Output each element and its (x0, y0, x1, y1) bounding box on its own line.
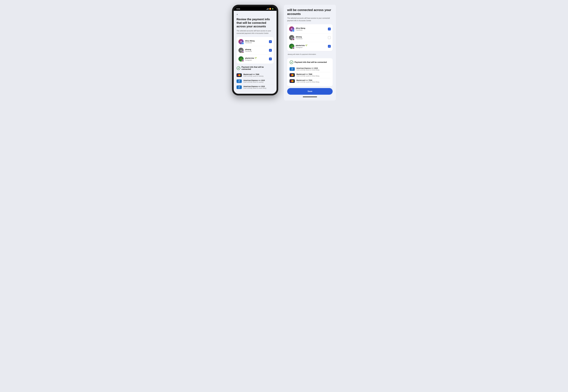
instagram-badge: 📷 (242, 60, 244, 62)
card-sub: Card currently saved on Alicia Wang (296, 81, 330, 83)
card-details: Mastercard •••• 7668 Card currently save… (243, 73, 274, 77)
right-panel: will be connected across your accounts T… (284, 5, 336, 100)
account-row[interactable]: A f Alica Wang Facebook (287, 25, 333, 33)
payment-section: Payment info that will be connected Mast… (236, 66, 274, 90)
payment-header: Payment info that will be connected (236, 66, 274, 70)
instagram-badge: 📷 (292, 47, 294, 49)
checkbox-checked[interactable] (328, 28, 331, 30)
payment-item: Mastercard •••• 7224 Card currently save… (290, 78, 330, 84)
status-bar: 9:41 📶 🔋 (234, 6, 277, 11)
card-name: American Express •••• 1010 (296, 67, 330, 69)
instagram-badge: 📷 (292, 38, 294, 41)
account-platform: Facebook (296, 29, 326, 31)
account-name: Alica Wang (245, 40, 268, 42)
phone-screen: 9:41 📶 🔋 × Review the payment info that … (234, 6, 277, 94)
account-platform: Facebook (245, 50, 268, 52)
left-phone: 9:41 📶 🔋 × Review the payment info that … (232, 5, 278, 95)
avatar: al 📷 (289, 35, 294, 40)
account-row[interactable]: al 📷 alwang Facebook (287, 33, 333, 42)
retain-note: alwang will retain it's payment informat… (287, 52, 333, 56)
payment-item: Mastercard •••• 7668 Card currently save… (290, 72, 330, 78)
page-description: The selected accounts will have access t… (236, 29, 274, 35)
account-name: alwang (245, 48, 268, 50)
page-title: Review the payment info that will be con… (236, 17, 274, 28)
account-info: alwang Facebook (296, 36, 326, 40)
account-info: Alica Wang Facebook (245, 40, 268, 43)
payment-item: Mastercard •••• 7668 Card currently save… (236, 72, 274, 78)
account-row[interactable]: A f Alica Wang Facebook (236, 37, 274, 46)
card-name: Mastercard •••• 7224 (296, 79, 330, 81)
account-info: alwang Facebook (245, 48, 268, 52)
accounts-card: A f Alica Wang Facebook al 📷 (236, 37, 274, 64)
mastercard-icon (236, 73, 242, 77)
payment-header: Payment info that will be connected (290, 60, 330, 64)
account-row[interactable]: 🌿 📷 planterista 🌱 Instagram (287, 42, 333, 51)
card-sub: Card currently saved on alwang (243, 75, 274, 77)
card-details: American Express •••• 1010 Card currentl… (243, 85, 274, 89)
payment-item: AMEX American Express •••• 1010 Card cur… (236, 84, 274, 90)
amex-icon: AMEX (236, 79, 242, 83)
right-page-description: The selected accounts will have access t… (287, 17, 333, 22)
checkbox-unchecked[interactable] (328, 36, 331, 39)
account-row[interactable]: 🌿 📷 planterista 🌱 Instagram (236, 55, 274, 63)
checkbox-checked[interactable] (269, 49, 272, 52)
facebook-badge: f (292, 30, 294, 32)
card-details: Mastercard •••• 7668 Card currently save… (296, 73, 330, 77)
mastercard-icon (290, 73, 295, 77)
card-sub: Card currently saved on Alicia Wang (243, 87, 274, 89)
account-platform: Instagram (296, 46, 326, 48)
payment-title: Payment info that will be connected (242, 66, 274, 70)
mastercard-icon (290, 79, 295, 83)
right-accounts-card: A f Alica Wang Facebook al 📷 alwang Face… (287, 24, 333, 51)
scroll-content: × Review the payment info that will be c… (234, 11, 277, 94)
right-page-title: will be connected across your accounts (287, 8, 333, 16)
card-details: American Express •••• 1010 Card currentl… (296, 67, 330, 71)
account-platform: Instagram (245, 59, 268, 61)
account-row[interactable]: al 📷 alwang Facebook (236, 46, 274, 55)
time: 9:41 (236, 8, 240, 10)
account-platform: Facebook (245, 42, 268, 43)
card-sub: Card currently saved on alwang (243, 81, 274, 83)
payment-item: AMEX American Express •••• 1010 Card cur… (290, 66, 330, 72)
avatar: 🌿 📷 (289, 44, 294, 49)
account-name: alwang (296, 36, 326, 38)
checkbox-checked[interactable] (269, 40, 272, 43)
status-icons: 📶 🔋 (266, 8, 274, 10)
account-info: planterista 🌱 Instagram (245, 57, 268, 61)
card-sub: Card currently saved on Alicia Wang (296, 69, 330, 71)
shield-check-icon (236, 66, 240, 70)
account-name: Alica Wang (296, 27, 326, 29)
wifi-icon: 📶 (269, 8, 271, 10)
signal-icon (266, 8, 268, 10)
account-info: Alica Wang Facebook (296, 27, 326, 31)
account-info: planterista 🌱 Instagram (296, 44, 326, 48)
avatar: A f (289, 26, 294, 32)
close-button[interactable]: × (236, 13, 238, 16)
amex-icon: AMEX (290, 67, 295, 71)
card-name: Mastercard •••• 7668 (296, 73, 330, 75)
facebook-badge: f (242, 42, 244, 44)
avatar: al 📷 (238, 48, 244, 53)
card-sub: Card currently saved on Alicia Wang (296, 75, 330, 77)
account-name: planterista 🌱 (296, 44, 326, 46)
svg-point-0 (237, 67, 240, 70)
card-details: Mastercard •••• 7224 Card currently save… (296, 79, 330, 83)
card-name: American Express •••• 1010 (243, 85, 274, 87)
account-platform: Facebook (296, 38, 326, 40)
checkbox-checked[interactable] (269, 57, 272, 60)
account-name: planterista 🌱 (245, 57, 268, 59)
card-name: Mastercard •••• 7668 (243, 73, 274, 75)
payment-item: AMEX American Express •••• 1010 Card cur… (236, 78, 274, 84)
save-button[interactable]: Save (287, 88, 333, 95)
checkbox-checked[interactable] (328, 45, 331, 48)
battery-icon: 🔋 (272, 8, 274, 10)
card-name: American Express •••• 1010 (243, 79, 274, 81)
avatar: 🌿 📷 (238, 56, 244, 62)
right-payment-card: Payment info that will be connected AMEX… (287, 58, 333, 86)
svg-point-1 (290, 61, 293, 64)
payment-title: Payment info that will be connected (294, 61, 327, 63)
shield-check-icon (290, 60, 293, 64)
instagram-badge: 📷 (242, 51, 244, 53)
right-scroll-content: will be connected across your accounts T… (284, 5, 336, 100)
home-indicator (303, 97, 317, 97)
